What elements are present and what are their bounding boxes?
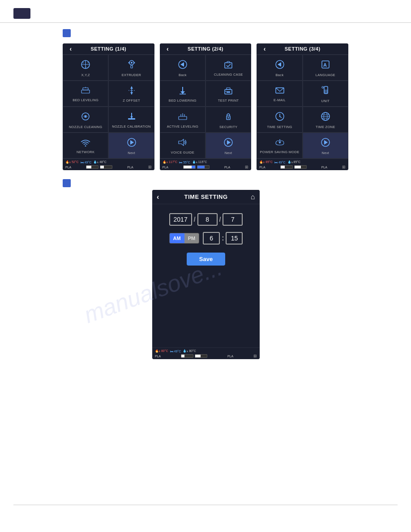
- cell-back-3[interactable]: Back: [257, 55, 302, 81]
- cell-test-print[interactable]: TEST PRINT: [206, 81, 251, 107]
- screen-1-grid: XYZ X,Y,Z EXTRUDER BED LEVELING: [63, 55, 154, 159]
- cell-email[interactable]: E-MAIL: [257, 81, 302, 107]
- ts-net-icon: ⊞: [253, 354, 257, 358]
- active-leveling-icon: [178, 112, 188, 123]
- ts-temp2: 🛏 49°C: [170, 350, 181, 353]
- s1-progress: [86, 165, 112, 169]
- s3-temp3: 💧₁ 85°C: [287, 160, 301, 164]
- s2-temp1: 🔥₂ 117°C: [163, 160, 178, 164]
- month-field[interactable]: 8: [197, 213, 218, 226]
- screen-2-back-btn[interactable]: ‹: [163, 44, 172, 53]
- time-zone-icon: [321, 112, 330, 124]
- cell-back-2[interactable]: Back: [160, 55, 206, 81]
- cell-xyz[interactable]: XYZ X,Y,Z: [63, 55, 108, 81]
- svg-point-7: [131, 62, 133, 64]
- cell-cleaning-case[interactable]: CLEANING CASE: [206, 55, 251, 81]
- cell-extruder[interactable]: EXTRUDER: [108, 55, 154, 81]
- time-screen-back-btn[interactable]: ‹: [157, 193, 159, 201]
- cell-unit[interactable]: UNIT: [303, 81, 348, 107]
- screen-3-back-btn[interactable]: ‹: [260, 44, 269, 53]
- time-fields: 6 : 15: [203, 232, 243, 245]
- cell-time-setting[interactable]: TIME SETTING: [257, 107, 302, 133]
- day-field[interactable]: 7: [223, 213, 243, 226]
- s3-temp1: 🔥₂ 85°C: [259, 160, 273, 164]
- svg-rect-28: [225, 63, 232, 68]
- svg-rect-36: [179, 116, 187, 120]
- time-setting-icon: [275, 112, 285, 124]
- year-field[interactable]: 2017: [169, 213, 192, 226]
- cleaning-case-label: CLEANING CASE: [214, 73, 243, 77]
- network-icon: [81, 138, 90, 149]
- cell-nozzle-calib[interactable]: NOZZLE CALIBRATION: [108, 107, 154, 133]
- time-screen-header: ‹ TIME SETTING ⌂: [152, 190, 260, 204]
- cell-power-saving[interactable]: POWER SAVING MODE: [257, 133, 302, 159]
- s1-temp2: 🛏 49°C: [81, 161, 92, 164]
- ts-pla-left: PLA: [155, 355, 161, 358]
- cell-next-2[interactable]: Next: [206, 133, 251, 159]
- power-saving-label: POWER SAVING MODE: [260, 150, 300, 154]
- screens-row: ‹ SETTING (1/4) XYZ X,Y,Z EXTRUDER: [0, 40, 411, 179]
- cell-z-offset[interactable]: Z OFFSET: [108, 81, 154, 107]
- xyz-icon: XYZ: [81, 60, 90, 72]
- cell-nozzle-cleaning[interactable]: NOZZLE CLEANING: [63, 107, 108, 133]
- test-print-icon: [223, 86, 233, 97]
- cell-next-1[interactable]: Next: [108, 133, 154, 159]
- pm-button[interactable]: PM: [184, 233, 199, 243]
- next-label-2: Next: [225, 151, 232, 155]
- screen-2-title: SETTING (2/4): [188, 46, 223, 51]
- cell-security[interactable]: SECURITY: [206, 107, 251, 133]
- minute-field[interactable]: 15: [226, 232, 243, 245]
- screen-3-header: ‹ SETTING (3/4): [257, 43, 348, 55]
- network-label: NETWORK: [77, 150, 94, 154]
- s2-temp2: 🛏 55°C: [179, 161, 190, 164]
- am-button[interactable]: AM: [170, 233, 184, 243]
- svg-point-56: [279, 116, 280, 117]
- cell-voice-guide[interactable]: VOICE GUIDE: [160, 133, 206, 159]
- cell-active-leveling[interactable]: ACTIVE LEVELING: [160, 107, 206, 133]
- screen-2-status: 🔥₂ 117°C 🛏 55°C 💧₁ 115°C PLA PLA ⊞: [160, 159, 252, 170]
- svg-marker-42: [179, 139, 184, 146]
- extruder-icon: [127, 60, 137, 72]
- screen-1-back-btn[interactable]: ‹: [66, 44, 75, 53]
- unit-icon: [321, 86, 330, 98]
- cell-next-3[interactable]: Next: [303, 133, 348, 159]
- svg-rect-34: [227, 91, 230, 93]
- cell-language[interactable]: A LANGUAGE: [303, 55, 348, 81]
- voice-guide-icon: [178, 138, 188, 149]
- voice-guide-label: VOICE GUIDE: [171, 150, 194, 154]
- time-device-screen: ‹ TIME SETTING ⌂ 2017 / 8 / 7 AM PM 6: [152, 190, 260, 359]
- back-icon-3: [275, 60, 285, 72]
- next-label-3: Next: [322, 151, 330, 155]
- ts-temp1: 🔥₂ 80°C: [155, 349, 168, 353]
- test-print-label: TEST PRINT: [218, 99, 239, 103]
- section-1-marker: [63, 29, 71, 37]
- cell-network[interactable]: NETWORK: [63, 133, 108, 159]
- time-colon: :: [222, 234, 224, 242]
- svg-text:X: X: [82, 61, 84, 64]
- cell-bed-leveling[interactable]: BED LEVELING: [63, 81, 108, 107]
- cell-bed-lowering[interactable]: BED LOWERING: [160, 81, 206, 107]
- security-label: SECURITY: [219, 125, 237, 129]
- s3-net-icon: ⊞: [342, 165, 346, 169]
- s2-pla-left: PLA: [163, 166, 168, 169]
- hour-field[interactable]: 6: [203, 232, 220, 245]
- svg-rect-51: [324, 90, 328, 94]
- z-offset-icon: [127, 86, 137, 97]
- z-offset-label: Z OFFSET: [123, 99, 140, 103]
- ampm-toggle: AM PM: [169, 233, 200, 244]
- ts-progress: [181, 354, 207, 358]
- screen-1-title: SETTING (1/4): [90, 46, 126, 51]
- bed-leveling-label: BED LEVELING: [73, 98, 98, 102]
- back-label-3: Back: [276, 73, 284, 77]
- screen-1-header: ‹ SETTING (1/4): [63, 43, 154, 55]
- cell-time-zone[interactable]: TIME ZONE: [303, 107, 348, 133]
- svg-rect-12: [83, 88, 88, 90]
- time-screen-home-btn[interactable]: ⌂: [251, 193, 255, 201]
- svg-marker-22: [130, 116, 133, 118]
- s3-temp2: 🛏 49°C: [274, 161, 286, 164]
- time-screen-body: 2017 / 8 / 7 AM PM 6 : 15 Save: [152, 204, 260, 348]
- power-saving-icon: [275, 138, 285, 149]
- next-icon-2: [223, 137, 233, 150]
- email-icon: [275, 86, 285, 97]
- save-button[interactable]: Save: [187, 253, 225, 266]
